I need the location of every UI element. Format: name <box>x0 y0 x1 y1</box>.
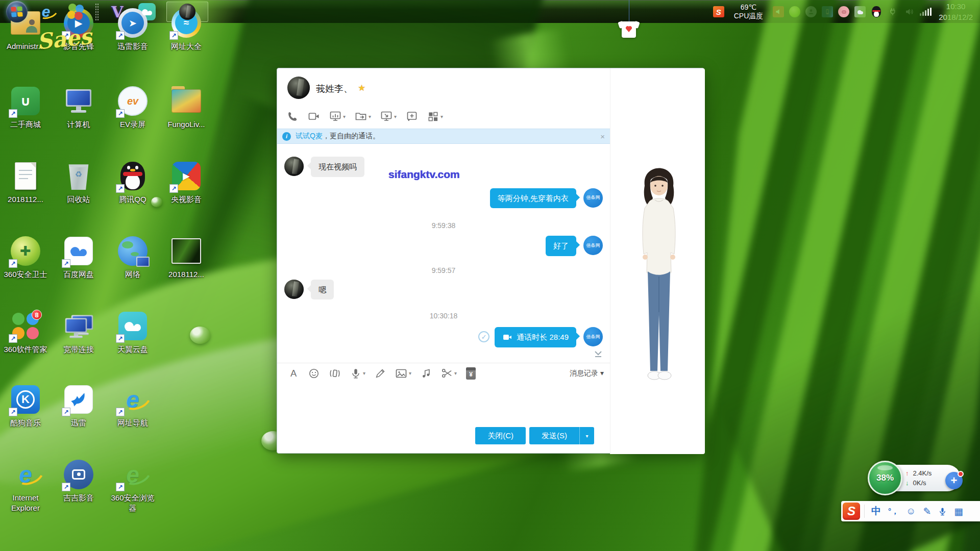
taskbar-clock[interactable]: 10:30 2018/12/2 <box>939 1 973 22</box>
shortcut-arrow-icon: ↗ <box>169 184 178 193</box>
desktop-icon-ev录屏[interactable]: ev↗EV录屏 <box>107 84 158 130</box>
contact-icon[interactable] <box>804 5 818 18</box>
peer-avatar[interactable] <box>287 77 310 99</box>
chinese-mode-button[interactable]: 中 <box>868 505 885 518</box>
peer-avatar[interactable] <box>284 280 304 299</box>
self-avatar[interactable]: 借条网 <box>583 188 603 208</box>
window-shake-icon[interactable] <box>324 367 346 380</box>
close-chat-button[interactable]: 关闭(C) <box>475 427 526 444</box>
send-file-icon[interactable]: ▾ <box>350 110 376 122</box>
icon-label: 百度网盘 <box>53 269 104 280</box>
volume-icon[interactable] <box>902 5 916 18</box>
desktop-icon-酷狗音乐[interactable]: K↗酷狗音乐 <box>0 383 51 428</box>
icon-label: 二手商城 <box>0 119 51 130</box>
video-call-icon[interactable] <box>303 110 325 122</box>
ime-handwrite-button[interactable]: ✎ <box>919 506 935 517</box>
peer-avatar[interactable] <box>284 157 304 176</box>
favorite-star-icon[interactable]: ★ <box>358 83 365 93</box>
desktop-icon-央视影音[interactable]: ▶↗央视影音 <box>161 159 212 205</box>
announce-icon[interactable] <box>772 5 785 18</box>
desktop-icon-天翼云盘[interactable]: ↗天翼云盘 <box>107 309 158 355</box>
360-shield-icon[interactable] <box>788 5 801 18</box>
desktop-icon-二手商城[interactable]: ∪↗二手商城 <box>0 84 51 130</box>
screenshot-icon[interactable]: ▾ <box>436 367 461 379</box>
video-watermark: sifangktv.com <box>388 168 460 181</box>
message-input[interactable] <box>277 383 610 427</box>
voice-message-icon[interactable]: ▾ <box>346 368 370 379</box>
cloud-box-icon[interactable] <box>853 5 867 18</box>
icon-label: 360软件管家 <box>0 344 51 355</box>
shortcut-arrow-icon: ↗ <box>116 334 125 343</box>
send-button[interactable]: 发送(S) <box>529 427 579 444</box>
voice-call-icon[interactable] <box>282 111 303 122</box>
handwrite-icon[interactable] <box>370 368 390 379</box>
icon-label: 回收站 <box>53 194 104 205</box>
desktop-icon-360软件管家[interactable]: 8↗360软件管家 <box>0 309 51 355</box>
desktop: { "desktop": { "saes_watermark": "Saes",… <box>0 0 980 551</box>
icon-label: Internet Explorer <box>0 493 51 513</box>
icon-label: 酷狗音乐 <box>0 418 51 428</box>
desktop-icon-迅雷[interactable]: ↗迅雷 <box>53 383 104 428</box>
ime-toolbar: S 中 °， ☺ ✎ ▦ <box>841 501 980 521</box>
desktop-icon-网址导航[interactable]: e↗网址导航 <box>107 383 158 428</box>
desktop-icon-360安全浏览器[interactable]: e↗360安全浏览器 <box>107 458 158 513</box>
self-avatar[interactable]: 借条网 <box>583 327 603 346</box>
desktop-icon-吉吉影音[interactable]: ↗吉吉影音 <box>53 458 104 503</box>
tshirt-icon <box>619 21 639 38</box>
accelerate-plus-button[interactable]: + <box>945 472 963 489</box>
timestamp: 9:59:57 <box>284 266 603 274</box>
font-icon[interactable]: A <box>283 368 304 379</box>
tray-icons <box>770 5 934 18</box>
start-button[interactable] <box>6 1 28 22</box>
screen-demo-icon[interactable]: ▾ <box>325 110 350 122</box>
ime-emoji-button[interactable]: ☺ <box>902 506 919 517</box>
desktop-icon-回收站[interactable]: 回收站 <box>53 159 104 205</box>
mobile-icon[interactable] <box>821 5 834 18</box>
emoji-icon[interactable] <box>304 368 324 379</box>
outgoing-message: 借条网好了 <box>284 236 603 256</box>
desktop-icon-宽带连接[interactable]: 宽带连接 <box>53 309 104 355</box>
new-chat-icon[interactable] <box>401 110 423 122</box>
image-icon[interactable]: ▾ <box>390 367 416 380</box>
desktop-icon-2018112[interactable]: 2018112... <box>161 234 212 280</box>
shortcut-arrow-icon: ↗ <box>116 31 125 40</box>
send-options-caret[interactable]: ▾ <box>579 427 594 444</box>
desktop-icon-2018112[interactable]: 2018112... <box>0 159 51 205</box>
power-plug-icon[interactable] <box>886 5 899 18</box>
notice-close-icon[interactable]: × <box>600 132 605 141</box>
notification-dot <box>958 471 964 477</box>
desktop-icon-计算机[interactable]: 计算机 <box>53 84 104 130</box>
red-packet-icon[interactable]: ¥ <box>461 367 480 380</box>
sogou-tray-icon[interactable]: S <box>712 5 725 18</box>
ime-toolbox-button[interactable]: ▦ <box>950 506 967 517</box>
desktop-icon-internetexplorer[interactable]: eInternet Explorer <box>0 458 51 513</box>
desktop-icon-fungoliv[interactable]: FungoLiv... <box>161 84 212 130</box>
remote-desktop-icon[interactable]: ▾ <box>376 110 401 122</box>
pig-icon[interactable] <box>837 5 850 18</box>
desktop-icon-百度网盘[interactable]: ↗百度网盘 <box>53 234 104 280</box>
desktop-icon-网络[interactable]: 网络 <box>107 234 158 280</box>
qmic-link[interactable]: 试试Q麦 <box>296 132 323 141</box>
qq-tray-icon[interactable] <box>870 5 883 18</box>
desktop-icon-360安全卫士[interactable]: ✚↗360安全卫士 <box>0 234 51 280</box>
punctuation-button[interactable]: °， <box>885 507 902 516</box>
cpu-temp-readout[interactable]: 69℃ CPU温度 <box>734 3 764 21</box>
cpu-temp-value: 69℃ <box>734 3 764 12</box>
icon-label: 2018112... <box>161 269 212 280</box>
memory-percent-ball[interactable]: 38% <box>868 461 902 495</box>
scroll-to-bottom-icon[interactable] <box>594 350 603 360</box>
message-history-button[interactable]: 消息记录 ▾ <box>570 369 604 378</box>
qq-show-girl[interactable] <box>626 154 692 409</box>
icon-label: 迅雷 <box>53 418 104 428</box>
hanging-tshirt-widget[interactable] <box>619 0 639 38</box>
music-icon[interactable] <box>416 368 436 379</box>
network-signal-icon[interactable] <box>919 5 932 18</box>
apps-grid-icon[interactable]: ▾ <box>423 111 448 122</box>
self-avatar[interactable]: 借条网 <box>583 236 603 255</box>
taskbar-app-icon[interactable] <box>64 1 87 22</box>
desktop-icon-腾讯qq[interactable]: ↗腾讯QQ <box>107 159 158 205</box>
sogou-logo[interactable]: S <box>843 503 860 520</box>
shortcut-arrow-icon: ↗ <box>9 109 17 118</box>
ime-voice-button[interactable] <box>935 507 950 516</box>
net-monitor-widget[interactable]: ↑ 2.4K/s ↓ 0K/s + 38% <box>868 461 965 497</box>
